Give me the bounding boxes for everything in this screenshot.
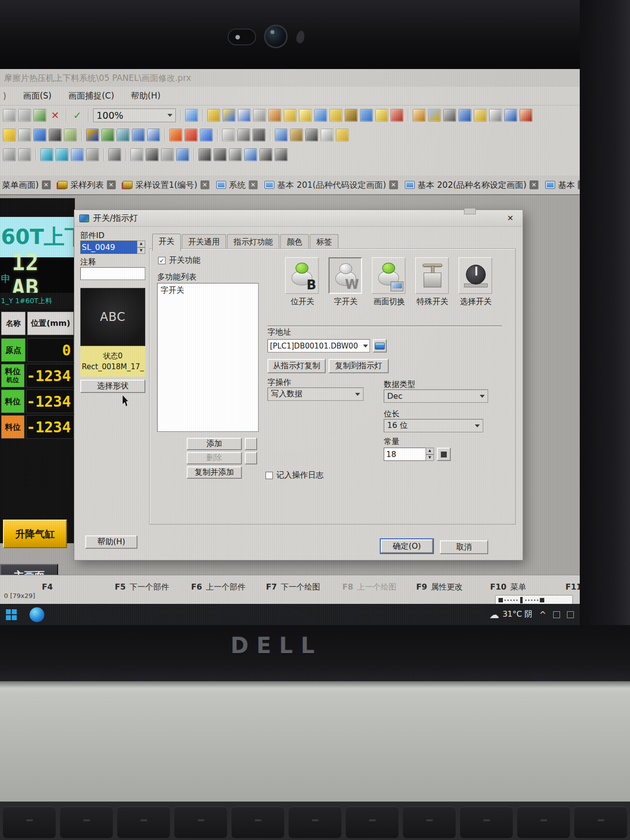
- tool-icon[interactable]: [413, 109, 426, 122]
- copy-and-add-button[interactable]: 复制并添加: [187, 466, 242, 479]
- menu-item[interactable]: 帮助(H): [131, 90, 161, 102]
- tool-icon[interactable]: [275, 148, 288, 161]
- tool-icon[interactable]: [49, 129, 62, 141]
- tool-icon[interactable]: [330, 109, 342, 122]
- menu-item[interactable]: 画面(S): [23, 90, 52, 102]
- tool-icon[interactable]: [214, 148, 227, 161]
- screen-tab[interactable]: 采样设置1(编号)✕: [123, 179, 209, 191]
- spin-up-icon[interactable]: ▲: [137, 241, 145, 247]
- dialog-tab-指示灯功能[interactable]: 指示灯功能: [227, 234, 279, 250]
- tool-icon[interactable]: [176, 148, 189, 161]
- tool-icon[interactable]: [131, 148, 143, 161]
- tool-icon[interactable]: ✕: [49, 109, 62, 122]
- osd-handle[interactable]: [520, 597, 523, 603]
- switch-type-字开关[interactable]: W字开关: [325, 257, 367, 316]
- tab-close-icon[interactable]: ✕: [200, 180, 209, 189]
- start-button[interactable]: [0, 604, 23, 625]
- tool-icon[interactable]: [290, 129, 303, 141]
- tool-icon[interactable]: [33, 129, 46, 141]
- chevron-down-icon[interactable]: [362, 345, 369, 348]
- move-down-button[interactable]: [245, 452, 257, 464]
- tool-icon[interactable]: [3, 129, 16, 141]
- tab-close-icon[interactable]: ✕: [389, 180, 398, 189]
- tool-icon[interactable]: [375, 109, 388, 122]
- fkey-F8[interactable]: F8上一个绘图: [342, 582, 397, 593]
- tool-icon[interactable]: [238, 109, 251, 122]
- tool-icon[interactable]: [237, 129, 250, 141]
- tool-icon[interactable]: [199, 148, 211, 161]
- tool-icon[interactable]: [86, 129, 99, 141]
- tool-icon[interactable]: [18, 129, 31, 141]
- tool-icon[interactable]: [161, 148, 174, 161]
- tool-icon[interactable]: [428, 109, 441, 122]
- close-icon[interactable]: ✕: [504, 213, 517, 224]
- tool-icon[interactable]: [185, 109, 198, 122]
- tab-close-icon[interactable]: ✕: [530, 180, 538, 189]
- tool-icon[interactable]: [284, 109, 297, 122]
- tool-icon[interactable]: [185, 129, 198, 141]
- tool-icon[interactable]: [474, 109, 487, 122]
- select-shape-button[interactable]: 选择形状: [80, 380, 145, 393]
- constant-value[interactable]: 18: [384, 448, 426, 461]
- fkey-F4[interactable]: F4: [42, 582, 57, 592]
- tool-icon[interactable]: [275, 129, 288, 141]
- tool-icon[interactable]: [345, 109, 358, 122]
- tool-icon[interactable]: [229, 148, 242, 161]
- fkey-F11[interactable]: F11: [565, 582, 580, 592]
- switch-type-画面切换[interactable]: 画面切换: [368, 257, 410, 316]
- tool-icon[interactable]: [169, 129, 182, 141]
- tool-icon[interactable]: [71, 148, 84, 161]
- tool-icon[interactable]: [108, 148, 121, 161]
- copy-to-lamp-button[interactable]: 复制到指示灯: [329, 359, 389, 373]
- tool-icon[interactable]: [3, 109, 16, 122]
- switch-type-特殊开关[interactable]: 特殊开关: [411, 257, 454, 316]
- checkbox-unchecked-icon[interactable]: [265, 472, 273, 479]
- dialog-title-bar[interactable]: 开关/指示灯: [74, 210, 523, 227]
- tool-icon[interactable]: [520, 109, 532, 122]
- dialog-tab-开关通用[interactable]: 开关通用: [182, 234, 226, 250]
- tab-close-icon[interactable]: ✕: [107, 180, 116, 189]
- dialog-tab-开关[interactable]: 开关: [152, 234, 181, 251]
- fkey-F7[interactable]: F7下一个绘图: [266, 582, 320, 593]
- chevron-down-icon[interactable]: [167, 114, 172, 117]
- tool-icon[interactable]: [336, 129, 349, 141]
- tool-icon[interactable]: [207, 109, 220, 122]
- tool-icon[interactable]: [268, 109, 281, 122]
- tab-close-icon[interactable]: ✕: [249, 180, 258, 189]
- tool-icon[interactable]: [223, 109, 235, 122]
- move-up-button[interactable]: [245, 438, 257, 450]
- brightness-slider[interactable]: [495, 595, 573, 605]
- tool-icon[interactable]: ✓: [71, 109, 84, 122]
- part-id-value[interactable]: SL_0049: [80, 241, 137, 254]
- tool-icon[interactable]: [117, 129, 130, 141]
- switch-function-checkbox[interactable]: ✓ 开关功能: [158, 255, 200, 266]
- screen-tab[interactable]: 菜单画面)✕: [2, 179, 51, 191]
- tool-icon[interactable]: [253, 129, 265, 141]
- add-button[interactable]: 添加: [187, 438, 242, 450]
- operation-log-checkbox[interactable]: 记入操作日志: [265, 470, 324, 481]
- fkey-F6[interactable]: F6上一个部件: [191, 582, 245, 593]
- tab-close-icon[interactable]: ✕: [42, 180, 51, 189]
- tool-icon[interactable]: [33, 109, 46, 122]
- edge-browser-icon[interactable]: [30, 607, 44, 622]
- menu-item[interactable]: 画面捕捉(C): [68, 90, 114, 102]
- screen-tab[interactable]: 采样列表✕: [58, 179, 116, 191]
- ok-button[interactable]: 确定(O): [381, 539, 433, 553]
- switch-type-位开关[interactable]: B位开关: [281, 257, 324, 316]
- tool-icon[interactable]: [86, 148, 99, 161]
- screen-tab[interactable]: 基本 202(品种名称设定画面)✕: [405, 179, 538, 191]
- tool-icon[interactable]: [147, 129, 160, 141]
- screen-tab[interactable]: 基本✕: [545, 179, 580, 191]
- tool-icon[interactable]: [305, 129, 318, 141]
- editor-canvas[interactable]: 60T上下 申 12 AB 1_Y 1#60T上料 名称 位置(mm) 原点0料…: [0, 195, 580, 575]
- tool-icon[interactable]: [314, 109, 327, 122]
- tray-chevron-icon[interactable]: ^: [539, 610, 546, 620]
- comment-field[interactable]: [80, 267, 145, 280]
- tool-icon[interactable]: [101, 129, 114, 141]
- tool-icon[interactable]: [222, 129, 235, 141]
- tool-icon[interactable]: [146, 148, 159, 161]
- tool-icon[interactable]: [253, 109, 266, 122]
- tool-icon[interactable]: [459, 109, 471, 122]
- word-operation-dropdown[interactable]: 写入数据: [267, 387, 364, 401]
- tool-icon[interactable]: [489, 109, 502, 122]
